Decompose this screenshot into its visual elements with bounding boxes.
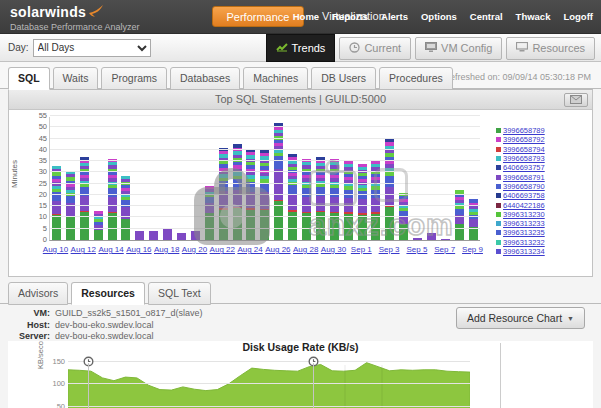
legend-item[interactable]: 3996658794 [496,145,552,154]
y-tick-label: 0 [29,235,47,244]
utility-nav-thwack[interactable]: Thwack [516,11,551,22]
y-tick-label: 50 [29,122,47,131]
utility-nav-reports[interactable]: Reports [332,11,368,22]
bar-sep-3[interactable] [385,139,394,240]
legend-item[interactable]: 3996313234 [496,247,552,256]
utility-nav-logoff[interactable]: Logoff [563,11,593,22]
sub-tab-sql-text[interactable]: SQL Text [148,282,211,305]
field-label: Host: [8,320,50,332]
bar-aug-10[interactable] [52,166,61,240]
bar-segment [316,196,325,211]
legend-item[interactable]: 6406693757 [496,163,552,172]
sub-tab-advisors[interactable]: Advisors [8,282,68,305]
legend-item[interactable]: 3996313235 [496,228,552,237]
day-label: Day: [8,42,29,53]
bar-aug-17[interactable] [149,231,158,240]
legend-item[interactable]: 3996658793 [496,154,552,163]
bar-aug-15[interactable] [121,176,130,240]
bar-segment [135,231,144,240]
legend-item[interactable]: 3996658791 [496,172,552,181]
tab-waits[interactable]: Waits [53,67,99,90]
legend-sql-link[interactable]: 6406693758 [503,191,545,200]
view-button-label: Current [364,42,401,54]
tab-databases[interactable]: Databases [170,67,240,90]
bar-sep-8[interactable] [455,190,464,240]
view-button-label: Trends [292,42,326,54]
bar-aug-18[interactable] [163,229,172,240]
utility-nav-alerts[interactable]: Alerts [381,11,408,22]
legend-item[interactable]: 3996658790 [496,182,552,191]
gridline [50,228,480,229]
performance-button[interactable]: Performance [212,6,304,27]
view-button-trends[interactable]: Trends [266,34,336,62]
bar-sep-5[interactable] [413,238,422,240]
event-marker[interactable] [83,353,94,371]
y-tick-label: 10 [29,212,47,221]
event-marker-line [88,363,89,408]
tab-machines[interactable]: Machines [243,67,308,90]
legend-item[interactable]: 3996658789 [496,126,552,135]
utility-nav-central[interactable]: Central [470,11,503,22]
legend-item[interactable]: 6406693758 [496,191,552,200]
bar-segment [455,224,464,240]
legend-sql-link[interactable]: 3996313234 [503,247,545,256]
legend-sql-link[interactable]: 3996313232 [503,238,545,247]
legend-sql-link[interactable]: 3996313235 [503,228,545,237]
refreshed-note: Refreshed on: 09/09/14 05:30:18 PM [443,72,591,82]
tab-db-users[interactable]: DB Users [311,67,376,90]
sub-tab-resources[interactable]: Resources [71,282,145,305]
legend-item[interactable]: 3996658792 [496,135,552,144]
legend-swatch [496,240,501,245]
gridline [50,115,480,116]
tab-programs[interactable]: Programs [101,67,167,90]
legend-sql-link[interactable]: 3996658794 [503,145,545,154]
bar-sep-6[interactable] [427,233,436,240]
legend-sql-link[interactable]: 3996313233 [503,219,545,228]
day-select[interactable]: All Days [33,39,151,57]
bar-segment [302,188,311,197]
bar-segment [233,208,242,240]
view-button-current[interactable]: Current [339,37,411,60]
bar-segment [358,191,367,199]
vm-monitor-icon [425,42,437,54]
bar-aug-20[interactable] [191,231,200,240]
legend-item[interactable]: 6440422186 [496,200,552,209]
x-axis-date-links: Aug 10Aug 12Aug 14Aug 16Aug 18Aug 20Aug … [49,245,480,257]
legend-sql-link[interactable]: 3996658791 [503,173,545,182]
date-link[interactable]: Sep 9 [455,245,491,254]
bar-aug-19[interactable] [177,233,186,240]
legend-sql-link[interactable]: 3996658792 [503,135,545,144]
field-value: dev-bou-eko.swdev.local [55,320,153,332]
tab-procedures[interactable]: Procedures [379,67,453,90]
bar-sep-7[interactable] [441,239,450,240]
event-marker[interactable] [308,353,319,371]
bar-aug-13[interactable] [94,211,103,240]
view-button-vm-config[interactable]: VM Config [415,37,502,60]
bar-segment [399,224,408,240]
legend-sql-link[interactable]: 6406693757 [503,163,545,172]
view-buttons: TrendsCurrentVM ConfigResources [262,34,595,62]
legend-sql-link[interactable]: 6440422186 [503,201,545,210]
legend-item[interactable]: 3996313233 [496,219,552,228]
email-chart-button[interactable] [564,93,588,107]
bar-segment [413,238,422,240]
bar-aug-16[interactable] [135,231,144,240]
legend-item[interactable]: 3996313232 [496,238,552,247]
legend-sql-link[interactable]: 3996658793 [503,154,545,163]
bar-aug-26[interactable] [274,123,283,240]
view-button-resources[interactable]: Resources [506,37,595,60]
legend-item[interactable]: 3996313230 [496,210,552,219]
legend-sql-link[interactable]: 3996313230 [503,210,545,219]
top-sql-chart: Minutes 0510152025303540455055 Aug 10Aug… [9,110,592,277]
bar-aug-23[interactable] [233,144,242,240]
legend-sql-link[interactable]: 3996658790 [503,182,545,191]
utility-nav: HomeReportsAlertsOptionsCentralThwackLog… [293,11,593,22]
tab-sql[interactable]: SQL [8,67,50,90]
add-resource-chart-button[interactable]: Add Resource Chart ▼ [456,307,585,329]
utility-nav-options[interactable]: Options [421,11,457,22]
disk-plot-area: 50100150 [68,355,470,408]
legend-sql-link[interactable]: 3996658789 [503,126,545,135]
y-tick-label: 25 [29,179,47,188]
gridline [50,138,480,139]
utility-nav-home[interactable]: Home [293,11,319,22]
